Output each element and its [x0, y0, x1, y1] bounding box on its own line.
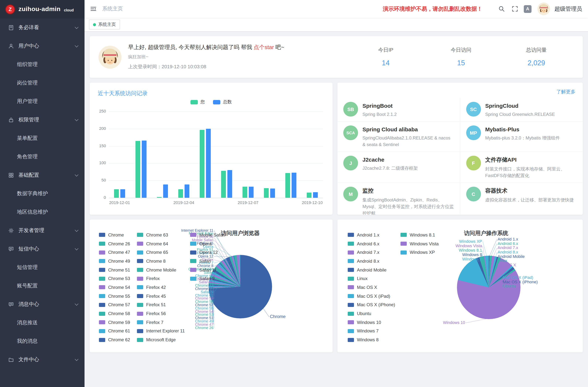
legend-item[interactable]: Firefox 51 [137, 301, 185, 309]
legend-item[interactable]: Safari 9 [190, 274, 225, 283]
y-axis-tick: 150 [91, 143, 106, 148]
legend-item[interactable]: Firefox 42 [137, 283, 185, 292]
sidebar-item[interactable]: 数据字典维护 [0, 184, 84, 203]
user-avatar[interactable] [537, 2, 550, 15]
legend-item[interactable]: Internet Explorer 11 [137, 327, 185, 335]
legend-item[interactable]: Android 7.x [348, 248, 395, 257]
legend-item[interactable]: Mac OS X (iPad) [348, 292, 395, 301]
legend-item[interactable]: Chrome 58 [99, 309, 130, 318]
sidebar-item[interactable]: 菜单配置 [0, 129, 84, 148]
sidebar-item-label: 账号配置 [17, 283, 38, 289]
legend-item[interactable]: Windows XP [400, 248, 439, 257]
legend-item[interactable]: Opera 12 [190, 248, 225, 257]
legend-item[interactable]: Chrome 61 [99, 327, 130, 335]
sidebar-item[interactable]: 权限管理 [0, 111, 84, 129]
legend-item[interactable]: Windows 7 [348, 327, 395, 335]
legend-item[interactable]: Chrome 49 [99, 257, 130, 265]
breadcrumb[interactable]: 系统主页 [102, 5, 123, 12]
legend-item[interactable]: Android 6.x [348, 239, 395, 248]
sidebar-item[interactable]: 基础配置 [0, 166, 84, 184]
bar [221, 171, 226, 198]
feature-text: SpringBootSpring Boot 2.1.2 [362, 102, 397, 118]
legend-item[interactable]: Chrome 63 [137, 231, 185, 239]
sidebar-item[interactable]: 角色管理 [0, 148, 84, 166]
sidebar-item[interactable]: 我的消息 [0, 332, 84, 350]
legend-label: Mac OS X (iPad) [357, 293, 390, 299]
legend-item[interactable]: Chrome 64 [137, 239, 185, 248]
legend-item[interactable]: Android 8.x [348, 257, 395, 265]
greeting-prefix: 早上好, 超级管理员, 今天帮别人解决问题了吗 帮我 [128, 44, 253, 50]
pie-callout-label: Linux [498, 259, 571, 263]
legend-item[interactable]: Microsoft Edge [137, 336, 185, 344]
sidebar-item[interactable]: 消息推送 [0, 314, 84, 332]
bar [163, 185, 168, 198]
sidebar-item[interactable]: 消息中心 [0, 295, 84, 314]
legend-label: Android 8.x [357, 259, 379, 264]
tab-home[interactable]: 系统主页 [89, 20, 120, 30]
legend-item[interactable]: Firefox 45 [137, 292, 185, 301]
sidebar-item[interactable]: 短信中心 [0, 240, 84, 258]
search-icon[interactable] [497, 4, 506, 13]
legend-item[interactable]: Safari 11 [190, 266, 225, 274]
sidebar-item[interactable]: 岗位管理 [0, 74, 84, 92]
browser-pie-card: 访问用户浏览器 ChromeChrome 26Chrome 47Chrome 4… [90, 220, 333, 352]
legend-item[interactable]: Chrome 55 [99, 292, 130, 301]
sidebar-item[interactable]: 开发者管理 [0, 221, 84, 240]
legend-item[interactable]: Safari [190, 257, 225, 265]
font-size-icon[interactable]: A [524, 5, 531, 13]
legend-item[interactable]: Linux [348, 274, 395, 283]
legend-item[interactable]: Chrome 57 [99, 301, 130, 309]
legend-item[interactable]: Chrome 59 [99, 318, 130, 327]
sidebar-collapse-icon[interactable] [89, 4, 98, 13]
legend-item[interactable]: Chrome 53 [99, 274, 130, 283]
bar-group [237, 111, 259, 198]
sidebar-item[interactable]: 组织管理 [0, 55, 84, 74]
legend-item[interactable]: Chrome 65 [137, 248, 185, 257]
legend-item[interactable]: Windows 10 [348, 318, 395, 327]
legend-item[interactable]: Ubuntu [348, 309, 395, 318]
sidebar-item[interactable]: 文件中心 [0, 350, 84, 369]
username[interactable]: 超级管理员 [554, 5, 582, 12]
legend-item[interactable]: Chrome Mobile [137, 266, 185, 274]
bar [292, 172, 296, 198]
sidebar-item[interactable]: 账号配置 [0, 277, 84, 295]
legend-label: Firefox 51 [146, 302, 166, 307]
legend-item[interactable]: Android Mobile [348, 266, 395, 274]
legend-item[interactable]: Firefox 7 [137, 318, 185, 327]
legend-item[interactable]: Android 1.x [348, 231, 395, 239]
legend-item[interactable]: Mac OS X [348, 283, 395, 292]
feature-item: M监控集成SpringBootAdmin、Zipkin、Redis、Mysql、… [337, 183, 460, 215]
legend-item[interactable]: Chrome 51 [99, 266, 130, 274]
sidebar-item[interactable]: 用户中心 [0, 37, 84, 55]
sidebar-item[interactable]: 地区信息维护 [0, 203, 84, 221]
logo-icon: Z [5, 4, 15, 14]
legend-label: Chrome 64 [146, 241, 168, 246]
star-link[interactable]: 点个star [253, 44, 274, 50]
sidebar-item[interactable]: 用户管理 [0, 92, 84, 111]
legend-item[interactable]: Mac OS X (iPhone) [348, 301, 395, 309]
legend-item[interactable]: Firefox [137, 274, 185, 283]
sidebar-item-label: 短信管理 [17, 264, 38, 271]
logo[interactable]: Z zuihou-admin cloud [0, 0, 84, 19]
legend-item[interactable]: Windows 8.1 [400, 231, 439, 239]
sidebar-item[interactable]: 务必详看 [0, 19, 84, 37]
legend-item[interactable]: Windows 8 [348, 336, 395, 344]
legend-item[interactable]: Windows Vista [400, 239, 439, 248]
legend-chip [190, 250, 196, 254]
x-axis-tick: 2019-12-01 [103, 200, 136, 205]
bar [313, 192, 318, 198]
legend-item[interactable]: Chrome 54 [99, 283, 130, 292]
legend-item[interactable]: Chrome [99, 231, 130, 239]
fullscreen-icon[interactable] [510, 4, 519, 13]
sidebar-item[interactable]: 短信管理 [0, 258, 84, 277]
legend-item[interactable]: Firefox 56 [137, 309, 185, 318]
legend-chip [348, 250, 354, 254]
legend-item[interactable]: Opera [190, 239, 225, 248]
legend-item[interactable]: Chrome 62 [99, 336, 130, 344]
legend-item[interactable]: Chrome 47 [99, 248, 130, 257]
sidebar-item-label: 开发者管理 [19, 227, 44, 234]
greeting-mood: 疯狂加班~ [128, 54, 284, 60]
learn-more-link[interactable]: 了解更多 [556, 89, 575, 95]
legend-item[interactable]: Chrome 26 [99, 239, 130, 248]
legend-item[interactable]: Chrome 8 [137, 257, 185, 265]
